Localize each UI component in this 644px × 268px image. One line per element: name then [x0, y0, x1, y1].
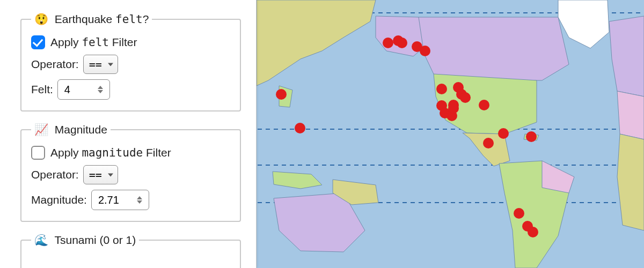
tsunami-legend: 🌊 Tsunami (0 or 1) [31, 234, 139, 247]
felt-value-input[interactable] [63, 83, 94, 96]
felt-operator-label: Operator: [31, 58, 79, 71]
felt-value-stepper[interactable] [57, 79, 110, 100]
astonished-icon: 😲 [34, 13, 48, 25]
earthquake-marker[interactable] [383, 38, 393, 48]
earthquake-marker[interactable] [460, 92, 471, 103]
magnitude-apply-checkbox[interactable] [31, 146, 45, 160]
filter-panel: 😲 Earthquake felt? Apply felt Filter Ope… [0, 0, 257, 268]
earthquake-marker[interactable] [528, 227, 538, 237]
felt-operator-select[interactable]: == [83, 55, 118, 74]
magnitude-value-label: Magnitude: [31, 193, 87, 206]
felt-value-label: Felt: [31, 83, 53, 96]
felt-apply-label[interactable]: Apply felt Filter [50, 36, 137, 49]
wave-icon: 🌊 [34, 234, 48, 246]
magnitude-operator-label: Operator: [31, 168, 79, 181]
felt-filter-group: 😲 Earthquake felt? Apply felt Filter Ope… [20, 13, 241, 111]
stepper-icon[interactable] [137, 192, 147, 208]
magnitude-operator-select[interactable]: == [83, 165, 118, 184]
earthquake-marker[interactable] [526, 131, 537, 142]
chart-icon: 📈 [34, 123, 48, 136]
earthquake-marker[interactable] [479, 100, 489, 110]
magnitude-value-stepper[interactable] [91, 190, 149, 210]
felt-legend: 😲 Earthquake felt? [31, 13, 152, 26]
magnitude-apply-label[interactable]: Apply magnitude Filter [50, 146, 171, 159]
earthquake-marker[interactable] [514, 208, 524, 219]
magnitude-legend: 📈 Magnitude [31, 123, 111, 136]
felt-apply-checkbox[interactable] [31, 35, 45, 49]
magnitude-filter-group: 📈 Magnitude Apply magnitude Filter Opera… [20, 123, 241, 222]
earthquake-marker[interactable] [276, 89, 287, 100]
earthquake-marker[interactable] [483, 138, 494, 148]
earthquake-marker[interactable] [397, 38, 407, 48]
earthquake-marker[interactable] [498, 128, 509, 139]
magnitude-value-input[interactable] [97, 193, 134, 207]
earthquake-marker[interactable] [436, 84, 447, 94]
stepper-icon[interactable] [98, 81, 107, 98]
tsunami-filter-group: 🌊 Tsunami (0 or 1) [20, 234, 241, 268]
earthquake-marker[interactable] [448, 103, 459, 114]
earthquake-marker[interactable] [295, 123, 305, 133]
earthquake-marker[interactable] [420, 46, 430, 56]
